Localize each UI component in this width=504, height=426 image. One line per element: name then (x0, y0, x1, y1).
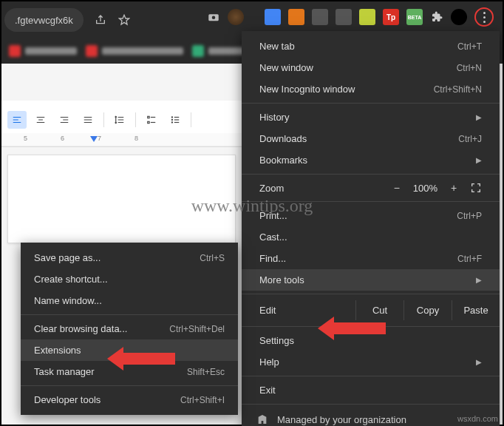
bookmark-item[interactable] (9, 45, 77, 57)
extension-generic-2[interactable] (336, 9, 352, 25)
svg-point-4 (171, 116, 173, 118)
fullscreen-button[interactable] (470, 182, 482, 194)
address-bar[interactable]: .fgtevwcgfx6k (4, 8, 84, 32)
menu-help[interactable]: Help▶ (242, 351, 500, 373)
svg-rect-9 (174, 122, 179, 123)
menu-separator (242, 294, 500, 294)
omnibox-actions (94, 13, 131, 27)
menu-separator (21, 385, 238, 386)
url-text: .fgtevwcgfx6k (15, 15, 73, 26)
building-icon (256, 413, 268, 425)
ruler: 5 6 7 8 (1, 133, 242, 146)
cut-button[interactable]: Cut (355, 300, 403, 320)
bookmark-item[interactable] (192, 45, 245, 57)
chrome-menu-button[interactable] (474, 7, 494, 27)
menu-separator (242, 404, 500, 405)
document-page[interactable] (7, 155, 236, 243)
menu-new-tab[interactable]: New tabCtrl+T (242, 36, 500, 57)
extension-yellow-icon[interactable] (359, 9, 375, 25)
more-tools-submenu: Save page as...Ctrl+S Create shortcut...… (21, 243, 238, 415)
ruler-tick: 7 (98, 135, 101, 142)
extension-generic-1[interactable] (312, 9, 328, 25)
menu-create-shortcut[interactable]: Create shortcut... (21, 268, 238, 290)
menu-print[interactable]: Print...Ctrl+P (242, 205, 500, 226)
svg-point-1 (212, 16, 216, 20)
svg-point-5 (171, 119, 173, 121)
menu-cast[interactable]: Cast... (242, 226, 500, 248)
profile-avatar-icon[interactable] (451, 9, 467, 25)
chevron-right-icon: ▶ (476, 276, 482, 284)
zoom-label: Zoom (259, 183, 284, 194)
menu-name-window[interactable]: Name window... (21, 290, 238, 311)
menu-new-incognito[interactable]: New Incognito windowCtrl+Shift+N (242, 78, 500, 100)
menu-exit[interactable]: Exit (242, 379, 500, 401)
extension-beta-icon[interactable]: BETA (406, 9, 423, 25)
chevron-right-icon: ▶ (476, 113, 482, 121)
share-icon[interactable] (94, 13, 107, 27)
menu-separator (242, 174, 500, 175)
copy-button[interactable]: Copy (403, 300, 452, 320)
svg-rect-8 (174, 119, 179, 120)
ruler-indent-marker[interactable] (90, 136, 98, 142)
extension-tp-icon[interactable]: Tp (383, 9, 399, 25)
align-justify-button[interactable] (78, 111, 98, 129)
menu-find[interactable]: Find...Ctrl+F (242, 248, 500, 269)
docs-toolbar-wrap: 5 6 7 8 (1, 101, 242, 147)
zoom-value: 100% (413, 183, 437, 194)
menu-more-tools[interactable]: More tools▶ (242, 269, 500, 291)
ruler-tick: 5 (24, 135, 27, 142)
svg-rect-3 (148, 121, 149, 123)
extension-icons-row: Tp BETA (207, 7, 494, 27)
align-left-button[interactable] (7, 111, 27, 129)
menu-separator (242, 376, 500, 376)
menu-downloads[interactable]: DownloadsCtrl+J (242, 128, 500, 149)
menu-separator (242, 103, 500, 104)
ruler-tick: 8 (134, 135, 138, 142)
chevron-right-icon: ▶ (476, 156, 482, 164)
checklist-button[interactable] (142, 111, 161, 129)
edit-label: Edit (259, 305, 355, 316)
menu-edit-row: Edit Cut Copy Paste (242, 297, 500, 323)
menu-new-window[interactable]: New windowCtrl+N (242, 57, 500, 78)
line-spacing-button[interactable] (110, 111, 129, 129)
menu-separator (242, 201, 500, 202)
menu-separator (21, 314, 238, 315)
zoom-out-button[interactable]: − (391, 182, 403, 194)
extension-translate-icon[interactable] (265, 9, 281, 25)
ruler-tick: 6 (61, 135, 64, 142)
align-center-button[interactable] (31, 111, 50, 129)
star-icon[interactable] (118, 13, 131, 27)
bookmark-item[interactable] (86, 45, 183, 57)
chrome-main-menu: New tabCtrl+T New windowCtrl+N New Incog… (242, 31, 500, 426)
svg-rect-7 (174, 117, 179, 118)
docs-toolbar (1, 106, 242, 133)
menu-clear-browsing-data[interactable]: Clear browsing data...Ctrl+Shift+Del (21, 318, 238, 339)
extensions-puzzle-icon[interactable] (430, 10, 443, 24)
menu-history[interactable]: History▶ (242, 106, 500, 128)
chevron-right-icon: ▶ (476, 358, 482, 366)
managed-by-org[interactable]: Managed by your organization (242, 408, 500, 426)
menu-zoom-row: Zoom − 100% + (242, 178, 500, 198)
paste-button[interactable]: Paste (452, 300, 500, 320)
extension-metamask-icon[interactable] (288, 9, 304, 25)
bullet-list-button[interactable] (166, 111, 185, 129)
menu-save-page[interactable]: Save page as...Ctrl+S (21, 247, 238, 268)
zoom-in-button[interactable]: + (448, 182, 460, 194)
camera-icon[interactable] (207, 10, 220, 24)
extension-cookie-icon[interactable] (228, 9, 244, 25)
menu-developer-tools[interactable]: Developer toolsCtrl+Shift+I (21, 389, 238, 410)
align-right-button[interactable] (55, 111, 74, 129)
svg-rect-2 (148, 116, 149, 118)
svg-point-6 (171, 121, 173, 123)
menu-bookmarks[interactable]: Bookmarks▶ (242, 149, 500, 171)
